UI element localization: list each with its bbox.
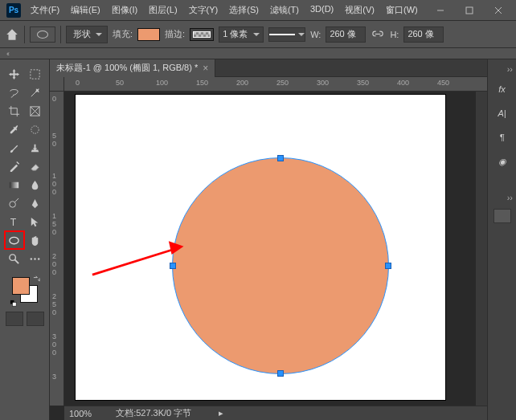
shape-mode-dropdown[interactable]: 形状 (66, 26, 108, 43)
home-icon[interactable] (5, 27, 19, 42)
stroke-color-swatch[interactable] (190, 28, 214, 41)
app-logo: Ps (6, 3, 21, 18)
quick-mask-icon[interactable] (27, 312, 44, 326)
shape-mode-label: 形状 (73, 28, 91, 40)
paragraph-panel-icon[interactable]: ¶ (493, 128, 512, 146)
styles-panel-icon[interactable]: fx (493, 80, 512, 98)
svg-point-11 (10, 201, 16, 207)
panel-collapse-row: ‹‹ (0, 48, 516, 59)
stroke-style-dropdown[interactable] (268, 27, 305, 42)
tool-preset-icon[interactable] (30, 27, 55, 43)
menu-edit[interactable]: 编辑(E) (66, 2, 105, 18)
brush-tool[interactable] (6, 140, 23, 156)
status-menu-icon[interactable]: ▸ (219, 408, 223, 418)
blur-tool[interactable] (27, 177, 44, 193)
chevron-right-icon[interactable]: ›› (507, 64, 513, 74)
ruler-origin[interactable] (50, 77, 64, 92)
vertical-scrollbar[interactable] (476, 92, 487, 406)
ellipse-tool[interactable] (6, 232, 23, 248)
dodge-tool[interactable] (6, 195, 23, 211)
marquee-tool[interactable] (27, 66, 44, 82)
character-panel-icon[interactable]: A| (493, 104, 512, 122)
width-field[interactable]: 260 像 (326, 27, 366, 43)
close-tab-icon[interactable]: × (203, 63, 208, 74)
magic-wand-tool[interactable] (27, 84, 44, 100)
standard-mode-icon[interactable] (6, 312, 23, 326)
status-bar: 100% 文档:527.3K/0 字节 ▸ (64, 406, 487, 420)
canvas-area: 0 50 100 150 200 250 300 350 400 450 0 5… (50, 77, 487, 420)
ruler-tick: 5 (52, 132, 56, 140)
transform-handle-left[interactable] (170, 263, 176, 269)
close-button[interactable] (484, 2, 513, 18)
foreground-color-swatch[interactable] (12, 277, 30, 295)
canvas[interactable] (76, 95, 445, 400)
chevron-left-icon[interactable]: ‹‹ (6, 50, 8, 58)
transform-handle-right[interactable] (385, 263, 391, 269)
workspace: T 未标题-1 @ 100% (椭圆 1, RGB/8) * × (0, 59, 516, 420)
ruler-tick: 0 (52, 308, 56, 316)
menu-select[interactable]: 选择(S) (224, 2, 264, 18)
ruler-tick: 0 (52, 180, 56, 188)
stroke-label: 描边: (165, 28, 185, 40)
move-tool[interactable] (6, 66, 23, 82)
color-picker[interactable] (9, 274, 41, 306)
pen-tool[interactable] (27, 195, 44, 211)
ruler-tick: 0 (52, 140, 56, 148)
clone-stamp-tool[interactable] (27, 140, 44, 156)
svg-line-16 (14, 259, 18, 263)
transform-handle-bottom[interactable] (277, 370, 284, 377)
document-tab[interactable]: 未标题-1 @ 100% (椭圆 1, RGB/8) * × (50, 59, 215, 77)
chevron-right-icon[interactable]: ›› (507, 193, 513, 202)
vertical-ruler[interactable]: 0 5 0 1 0 0 1 5 0 2 0 0 2 5 0 3 0 0 3 (50, 92, 64, 406)
transform-handle-top[interactable] (277, 155, 284, 161)
frame-tool[interactable] (27, 103, 44, 119)
minimize-button[interactable] (426, 2, 455, 18)
gradient-tool[interactable] (6, 177, 23, 193)
svg-rect-10 (10, 181, 18, 188)
zoom-tool[interactable] (6, 251, 23, 267)
menu-window[interactable]: 窗口(W) (381, 2, 423, 18)
fill-label: 填充: (113, 28, 133, 40)
edit-toolbar-icon[interactable] (27, 251, 44, 267)
menu-layer[interactable]: 图层(L) (144, 2, 182, 18)
history-brush-tool[interactable] (6, 158, 23, 174)
default-colors-icon[interactable] (10, 299, 17, 306)
spot-heal-tool[interactable] (27, 121, 44, 137)
menu-image[interactable]: 图像(I) (107, 2, 142, 18)
hand-tool[interactable] (27, 232, 44, 248)
crop-tool[interactable] (6, 103, 23, 119)
eraser-tool[interactable] (27, 158, 44, 174)
stroke-width-field[interactable]: 1 像素 (219, 27, 264, 43)
lasso-tool[interactable] (6, 84, 23, 100)
height-field[interactable]: 260 像 (403, 27, 444, 43)
menu-filter[interactable]: 滤镜(T) (265, 2, 304, 18)
caret-down-icon (253, 33, 260, 36)
zoom-level[interactable]: 100% (69, 409, 92, 418)
ruler-tick: 300 (317, 79, 329, 87)
canvas-viewport[interactable] (64, 92, 487, 406)
path-select-tool[interactable] (27, 214, 44, 230)
link-wh-icon[interactable] (371, 27, 385, 42)
maximize-button[interactable] (455, 2, 484, 18)
swap-colors-icon[interactable] (33, 274, 40, 281)
ruler-tick: 0 (52, 95, 56, 103)
menu-3d[interactable]: 3D(D) (305, 2, 338, 18)
ruler-tick: 0 (52, 268, 56, 276)
eyedropper-tool[interactable] (6, 121, 23, 137)
svg-point-14 (10, 237, 18, 243)
color-panel-icon[interactable]: ◉ (493, 153, 512, 170)
menu-type[interactable]: 文字(Y) (184, 2, 223, 18)
ruler-tick: 250 (276, 79, 289, 87)
ruler-tick: 400 (397, 79, 409, 87)
document-status[interactable]: 文档:527.3K/0 字节 (116, 407, 191, 419)
width-value: 260 像 (330, 28, 355, 40)
menu-file[interactable]: 文件(F) (26, 2, 64, 18)
type-tool[interactable]: T (6, 214, 23, 230)
svg-point-18 (34, 258, 35, 259)
fill-color-swatch[interactable] (137, 28, 160, 41)
ellipse-shape[interactable] (172, 157, 389, 374)
menu-view[interactable]: 视图(V) (340, 2, 379, 18)
swatches-panel-icon[interactable] (493, 209, 511, 223)
horizontal-ruler[interactable]: 0 50 100 150 200 250 300 350 400 450 (64, 77, 487, 92)
ruler-tick: 100 (156, 79, 168, 87)
